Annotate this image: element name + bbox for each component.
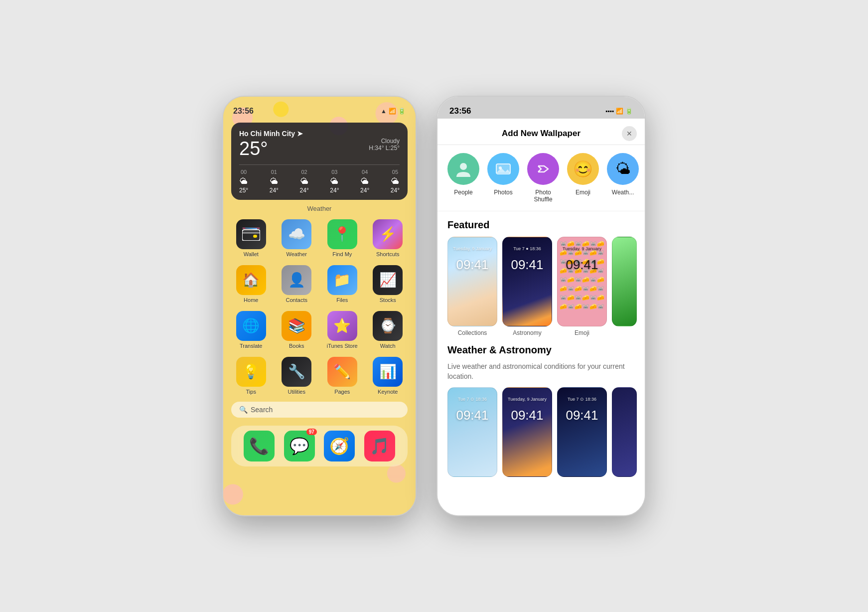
emoji-type-label: Emoji	[576, 189, 590, 196]
preview-weather1-phone: Tue 7 ⊙ 18:36 09:41	[447, 387, 497, 477]
contacts-icon: 👤	[282, 265, 311, 295]
left-phone: 23:56 ▲ 📶 🔋 Ho Chi Minh City ➤ 25° Cloud…	[222, 96, 417, 516]
wifi-icon: 📶	[389, 108, 396, 115]
sheet-title: Add New Wallpaper	[502, 129, 580, 139]
app-translate[interactable]: 🌐 Translate	[229, 308, 273, 352]
right-time: 23:56	[449, 106, 471, 116]
home-icon: 🏠	[236, 265, 266, 295]
wallet-label: Wallet	[244, 251, 259, 257]
dock-safari[interactable]: 🧭	[324, 431, 355, 461]
preview-weather4[interactable]	[612, 387, 637, 477]
emoji-label: Emoji	[575, 329, 589, 336]
weather-type-icon: 🌤	[607, 153, 639, 185]
app-grid-row4: 💡 Tips 🔧 Utilities ✏️ Pages 📊 Keynote	[223, 354, 416, 398]
dock-messages[interactable]: 💬 97	[284, 431, 315, 461]
app-itunes[interactable]: ⭐ iTunes Store	[320, 308, 364, 352]
stocks-icon: 📈	[373, 265, 403, 295]
app-home[interactable]: 🏠 Home	[229, 262, 273, 306]
weather-hour-3: 03 🌥 24°	[330, 169, 339, 194]
wallpaper-types: People Photos Photo Shuffle 😊 Emoji	[437, 145, 645, 211]
weather-previews: Tue 7 ⊙ 18:36 09:41 Tuesday, 9 January 0…	[447, 387, 635, 477]
svg-point-5	[460, 163, 467, 170]
search-bar[interactable]: 🔍 Search	[231, 402, 408, 418]
preview-weather1[interactable]: Tue 7 ⊙ 18:36 09:41	[447, 387, 497, 477]
right-battery-icon: 🔋	[625, 108, 633, 115]
section-scroll[interactable]: Featured Tuesday, 9 January 09:41 Collec…	[437, 211, 645, 515]
app-grid-row2: 🏠 Home 👤 Contacts 📁 Files 📈 Stocks	[223, 262, 416, 306]
sheet-header: Add New Wallpaper ✕	[437, 121, 645, 145]
app-utilities[interactable]: 🔧 Utilities	[275, 354, 319, 398]
weather-astronomy-title: Weather & Astronomy	[447, 344, 635, 356]
app-weather[interactable]: ☁️ Weather	[275, 216, 319, 260]
preview-collections[interactable]: Tuesday, 9 January 09:41 Collections	[447, 237, 497, 336]
preview-astronomy[interactable]: Tue 7 ● 18:36 09:41 Astronomy	[502, 237, 552, 336]
right-phone: 23:56 ▪▪▪▪ 📶 🔋 Add New Wallpaper ✕ Peopl…	[436, 96, 646, 516]
wallpaper-type-shuffle[interactable]: Photo Shuffle	[527, 153, 559, 203]
wallpaper-type-emoji[interactable]: 😊 Emoji	[567, 153, 599, 203]
weather-astronomy-subtitle: Live weather and astronomical conditions…	[447, 362, 635, 381]
wallet-icon	[236, 219, 266, 249]
watch-icon: ⌚	[373, 311, 403, 341]
tips-label: Tips	[246, 389, 256, 395]
status-bar-left: 23:56 ▲ 📶 🔋	[223, 97, 416, 119]
music-app-icon: 🎵	[364, 431, 395, 461]
app-watch[interactable]: ⌚ Watch	[366, 308, 410, 352]
dock: 📞 💬 97 🧭 🎵	[231, 426, 408, 466]
dock-phone[interactable]: 📞	[244, 431, 275, 461]
app-contacts[interactable]: 👤 Contacts	[275, 262, 319, 306]
weather-hour-2: 02 🌥 24°	[300, 169, 309, 194]
books-label: Books	[289, 343, 304, 349]
shortcuts-icon: ⚡	[373, 219, 403, 249]
weather-desc: Cloudy H:34° L:25°	[369, 138, 400, 152]
emoji-type-icon: 😊	[567, 153, 599, 185]
pages-label: Pages	[334, 389, 350, 395]
featured-title: Featured	[447, 219, 635, 231]
books-icon: 📚	[282, 311, 311, 341]
translate-label: Translate	[240, 343, 262, 349]
weather-widget[interactable]: Ho Chi Minh City ➤ 25° Cloudy H:34° L:25…	[231, 123, 408, 200]
phone-app-icon: 📞	[244, 431, 275, 461]
files-icon: 📁	[327, 265, 357, 295]
app-files[interactable]: 📁 Files	[320, 262, 364, 306]
svg-rect-2	[253, 235, 257, 238]
wallpaper-type-weather[interactable]: 🌤 Weath...	[607, 153, 639, 203]
messages-badge: 97	[306, 429, 317, 435]
pages-icon: ✏️	[327, 357, 357, 387]
left-time: 23:56	[233, 107, 254, 116]
shortcuts-label: Shortcuts	[376, 251, 399, 257]
photos-type-label: Photos	[494, 189, 512, 196]
tips-icon: 💡	[236, 357, 266, 387]
app-books[interactable]: 📚 Books	[275, 308, 319, 352]
search-label: Search	[251, 406, 273, 414]
app-pages[interactable]: ✏️ Pages	[320, 354, 364, 398]
preview-extra-phone	[612, 237, 637, 326]
sheet-close-button[interactable]: ✕	[622, 126, 637, 141]
app-keynote[interactable]: 📊 Keynote	[366, 354, 410, 398]
app-tips[interactable]: 💡 Tips	[229, 354, 273, 398]
people-type-icon	[447, 153, 479, 185]
weather-type-label: Weath...	[612, 189, 634, 196]
signal-icon: ▲	[381, 108, 387, 115]
wallpaper-type-photos[interactable]: Photos	[487, 153, 519, 203]
contacts-label: Contacts	[286, 297, 307, 303]
weather-label: Weather	[287, 251, 307, 257]
preview-extra[interactable]	[612, 237, 637, 336]
weather-hour-0: 00 🌥 25°	[239, 169, 248, 194]
wallpaper-type-people[interactable]: People	[447, 153, 479, 203]
preview-emoji[interactable]: 🐭🧀🐭🧀🐭🧀🧀🐭🧀🐭🧀🐭🐭🧀🐭🧀🐭🧀🧀🐭🧀🐭🧀🐭🐭🧀🐭🧀🐭🧀🧀🐭🧀🐭🧀🐭🐭🧀🐭🧀…	[557, 237, 607, 336]
preview-weather3[interactable]: Tue 7 ⊙ 18:36 09:41	[557, 387, 607, 477]
app-findmy[interactable]: 📍 Find My	[320, 216, 364, 260]
weather-hour-5: 05 🌥 24°	[391, 169, 400, 194]
dock-music[interactable]: 🎵	[364, 431, 395, 461]
left-status-icons: ▲ 📶 🔋	[381, 108, 406, 115]
preview-weather2-phone: Tuesday, 9 January 09:41	[502, 387, 552, 477]
home-label: Home	[244, 297, 258, 303]
app-stocks[interactable]: 📈 Stocks	[366, 262, 410, 306]
astronomy-label: Astronomy	[513, 329, 541, 336]
preview-weather2[interactable]: Tuesday, 9 January 09:41	[502, 387, 552, 477]
weather-location: Ho Chi Minh City ➤	[239, 130, 400, 138]
preview-emoji-phone: 🐭🧀🐭🧀🐭🧀🧀🐭🧀🐭🧀🐭🐭🧀🐭🧀🐭🧀🧀🐭🧀🐭🧀🐭🐭🧀🐭🧀🐭🧀🧀🐭🧀🐭🧀🐭🐭🧀🐭🧀…	[557, 237, 607, 326]
app-shortcuts[interactable]: ⚡ Shortcuts	[366, 216, 410, 260]
app-wallet[interactable]: Wallet	[229, 216, 273, 260]
watch-label: Watch	[380, 343, 396, 349]
